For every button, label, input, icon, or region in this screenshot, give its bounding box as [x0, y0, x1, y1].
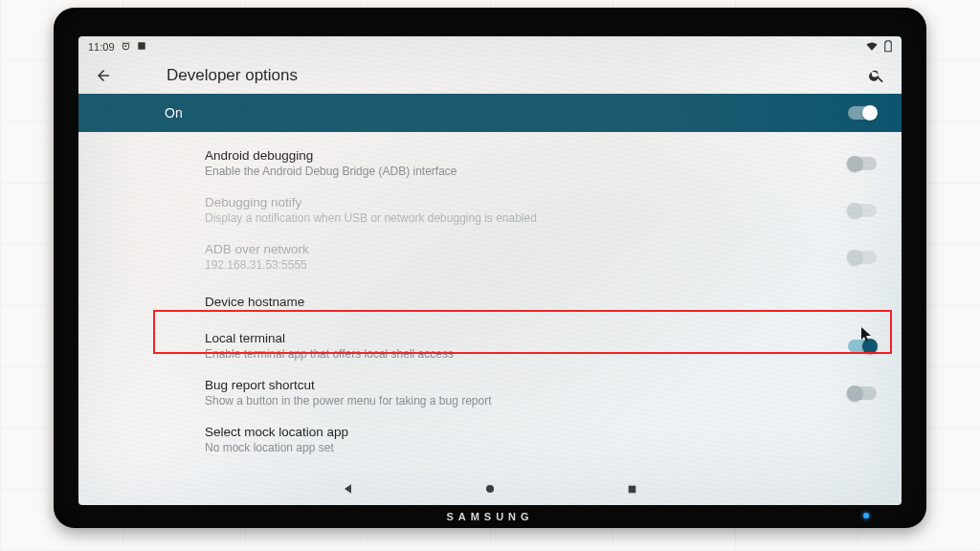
- toggle-adb-over-network: [848, 251, 877, 264]
- nav-back-button[interactable]: [340, 480, 357, 497]
- room-background: 11:09: [0, 0, 980, 551]
- setting-android-debugging[interactable]: Android debugging Enable the Android Deb…: [78, 140, 902, 187]
- search-icon: [868, 67, 885, 84]
- battery-icon: [884, 40, 892, 55]
- setting-title: Device hostname: [205, 295, 877, 309]
- svg-rect-2: [628, 485, 635, 493]
- app-badge-icon: [137, 41, 146, 53]
- setting-title: Bug report shortcut: [205, 378, 877, 392]
- toggle-debugging-notify: [848, 204, 877, 217]
- setting-title: Android debugging: [205, 148, 877, 163]
- alarm-icon: [121, 41, 131, 54]
- status-time: 11:09: [88, 41, 115, 53]
- setting-adb-over-network: ADB over network 192.168.31.53:5555: [78, 233, 902, 280]
- android-screen: 11:09: [78, 36, 902, 505]
- status-bar: 11:09: [78, 36, 902, 57]
- setting-subtitle: 192.168.31.53:5555: [205, 258, 877, 272]
- page-title: Developer options: [167, 66, 298, 85]
- setting-select-mock-location[interactable]: Select mock location app No mock locatio…: [78, 416, 902, 463]
- master-toggle-bar[interactable]: On: [78, 94, 902, 132]
- square-recents-icon: [626, 483, 638, 496]
- power-led-icon: [863, 513, 869, 518]
- toggle-bug-report-shortcut[interactable]: [848, 386, 877, 400]
- master-toggle-label: On: [165, 105, 183, 121]
- setting-subtitle: No mock location app set: [205, 441, 877, 454]
- settings-list: Android debugging Enable the Android Deb…: [78, 132, 902, 463]
- setting-title: Local terminal: [205, 331, 877, 345]
- svg-rect-0: [138, 42, 145, 50]
- monitor-bezel: 11:09: [54, 8, 926, 528]
- triangle-back-icon: [342, 482, 355, 496]
- search-button[interactable]: [863, 62, 890, 89]
- back-button[interactable]: [90, 62, 117, 89]
- svg-point-1: [486, 485, 494, 493]
- monitor-brand: SAMSUNG: [54, 511, 926, 522]
- setting-debugging-notify: Debugging notify Display a notification …: [78, 187, 902, 233]
- nav-recents-button[interactable]: [623, 480, 640, 497]
- master-toggle[interactable]: [848, 106, 877, 120]
- navigation-bar: [78, 473, 902, 505]
- setting-subtitle: Enable the Android Debug Bridge (ADB) in…: [205, 165, 877, 178]
- setting-title: Select mock location app: [205, 425, 877, 439]
- app-bar: Developer options: [78, 57, 902, 94]
- toggle-android-debugging[interactable]: [848, 157, 877, 170]
- toggle-local-terminal[interactable]: [848, 340, 877, 353]
- setting-title: Debugging notify: [205, 195, 877, 209]
- setting-bug-report-shortcut[interactable]: Bug report shortcut Show a button in the…: [78, 369, 902, 416]
- setting-device-hostname[interactable]: Device hostname: [78, 280, 902, 322]
- wifi-icon: [865, 41, 879, 54]
- circle-home-icon: [483, 482, 497, 496]
- setting-subtitle: Enable terminal app that offers local sh…: [205, 347, 877, 361]
- nav-home-button[interactable]: [481, 480, 499, 497]
- setting-title: ADB over network: [205, 242, 877, 256]
- setting-local-terminal[interactable]: Local terminal Enable terminal app that …: [78, 322, 902, 369]
- setting-subtitle: Show a button in the power menu for taki…: [205, 394, 877, 408]
- arrow-back-icon: [95, 67, 112, 84]
- setting-subtitle: Display a notification when USB or netwo…: [205, 211, 877, 225]
